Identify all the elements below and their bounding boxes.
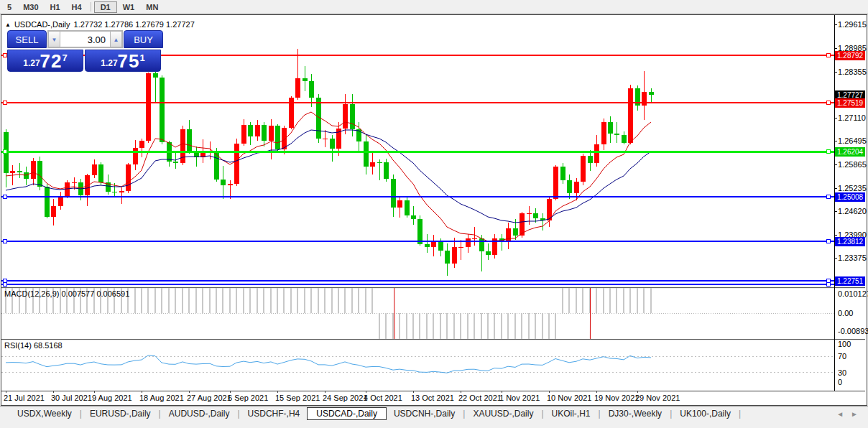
chart-symbol-label: USDCAD-,Daily [14,20,70,29]
chart-title: ▲ USDCAD-,Daily 1.27732 1.27786 1.27679 … [5,20,195,29]
macd-axis-label: 0.00 [838,309,853,317]
tab-separator: | [670,409,672,419]
price-axis-tick [834,141,837,141]
rsi-label: RSI(14) 68.5168 [4,341,63,350]
price-tag-1.28792: 1.28792 [835,51,865,60]
price-tag-1.26204: 1.26204 [835,147,865,157]
date-axis-label: 9 Aug 2021 [92,394,132,402]
price-axis-tick [834,211,837,212]
rsi-axis-label: 0 [838,378,842,386]
price-axis-tick [834,188,837,189]
date-axis-tick [366,391,366,393]
tab-separator: | [541,409,543,419]
date-axis-separator [1,391,865,391]
tab-scroll-right-icon[interactable]: ► [851,410,858,418]
price-tag-1.22751: 1.22751 [835,276,865,286]
bid-pipette: 7 [63,52,68,63]
date-axis-tick [230,391,231,393]
one-click-trade-panel: SELL ▼ 3.00 ▲ BUY 1.27 72 7 1.27 75 1 [7,30,163,72]
tab-scroll-left-icon[interactable]: ◄ [836,410,844,418]
ask-big-digits: 75 [118,52,140,70]
date-axis-label: 10 Nov 2021 [547,394,591,402]
price-axis-tick [834,48,837,49]
chart-tab-audusd-daily[interactable]: AUDUSD-,Daily [162,407,237,420]
date-axis-label: 13 Oct 2021 [411,394,454,402]
date-axis-tick [53,391,54,393]
toolbar-separator [91,2,91,11]
price-axis-tick-label: 1.24620 [838,207,867,215]
date-axis-tick [596,391,597,393]
timeframe-button-m30[interactable]: M30 [17,1,44,13]
tab-separator: | [463,409,465,419]
price-axis-tick-label: 1.28355 [838,68,867,76]
sell-button[interactable]: SELL [7,30,47,48]
volume-down-button[interactable]: ▼ [48,31,60,47]
date-axis-label: 19 Nov 2021 [594,394,639,402]
date-axis-tick [277,391,278,393]
date-axis-tick [142,391,142,393]
price-axis-tick-label: 1.25235 [838,184,867,192]
price-axis-tick-label: 1.29615 [838,20,867,29]
chart-tab-eurusd-daily[interactable]: EURUSD-,Daily [83,407,158,420]
bid-prefix: 1.27 [23,58,40,68]
rsi-plot [1,340,834,390]
price-tag-1.23812: 1.23812 [835,237,865,246]
collapse-panel-icon[interactable]: ▲ [5,22,11,28]
price-axis-tick [834,258,837,259]
timeframe-toolbar: 5M30H1H4D1W1MN [0,0,868,14]
date-axis-tick [461,391,461,393]
macd-label: MACD(12,26,9) 0.007577 0.006591 [4,289,129,298]
chart-tab-uk100-daily[interactable]: UK100-,Daily [673,407,738,420]
ask-prefix: 1.27 [101,58,117,68]
price-axis-tick-label: 1.23375 [838,253,867,262]
chart-tab-usdcnh-daily[interactable]: USDCNH-,Daily [387,407,462,420]
chart-tab-xauusd-daily[interactable]: XAUUSD-,Daily [466,407,540,420]
tab-separator: | [739,409,741,419]
price-tag-1.27519: 1.27519 [835,98,865,108]
sell-price-display[interactable]: 1.27 72 7 [7,50,83,72]
tab-separator: | [599,409,601,419]
buy-button[interactable]: BUY [124,30,163,48]
ask-pipette: 1 [140,52,145,63]
date-axis-label: 29 Nov 2021 [635,394,680,402]
chart-tab-usdx-weekly[interactable]: USDX,Weekly [10,407,79,420]
macd-axis-label: 0.010127 [838,289,868,298]
date-axis-tick [502,391,502,393]
date-axis-label: 15 Sep 2021 [275,394,320,402]
date-axis-label: 4 Oct 2021 [364,394,402,402]
date-axis-label: 6 Sep 2021 [228,394,268,402]
volume-up-button[interactable]: ▲ [110,31,122,47]
chart-tab-dj30-weekly[interactable]: DJ30-,Weekly [601,407,669,420]
timeframe-button-mn[interactable]: MN [140,1,164,13]
buy-price-display[interactable]: 1.27 75 1 [85,50,161,72]
price-axis-tick-label: 1.25865 [838,160,867,169]
timeframe-button-d1[interactable]: D1 [94,1,117,13]
price-axis-tick-label: 1.27110 [838,113,866,122]
date-axis-tick [6,391,6,393]
chart-tab-usdchf-h4[interactable]: USDCHF-,H4 [241,407,308,420]
date-axis-label: 27 Aug 2021 [187,394,231,402]
date-axis-tick [325,391,326,393]
date-axis-label: 30 Jul 2021 [51,394,92,402]
tab-separator: | [80,409,82,419]
chart-tab-bar: USDX,Weekly|EURUSD-,Daily|AUDUSD-,Daily|… [0,406,868,421]
timeframe-button-w1[interactable]: W1 [117,1,141,13]
chart-window: ▲ USDCAD-,Daily 1.27732 1.27786 1.27679 … [1,14,867,406]
rsi-axis-label: 70 [838,352,846,360]
timeframe-button-h1[interactable]: H1 [45,1,66,13]
macd-axis-label: -0.008939 [838,327,868,335]
price-axis-tick [834,235,837,236]
chart-tab-usdcad-daily[interactable]: USDCAD-,Daily [307,407,387,420]
price-axis-tick [834,118,837,118]
timeframe-button-h4[interactable]: H4 [66,1,88,13]
date-axis-tick [549,391,550,393]
chart-tab-ukoil-h1[interactable]: UKOil-,H1 [545,407,598,420]
chart-ohlc-values: 1.27732 1.27786 1.27679 1.27727 [74,20,195,29]
tab-separator: | [159,409,161,419]
volume-input[interactable]: 3.00 [60,31,110,47]
price-axis-tick [834,24,837,25]
timeframe-button-5[interactable]: 5 [1,1,17,13]
tab-separator: | [237,409,239,419]
price-tag-1.25008: 1.25008 [835,192,865,202]
date-axis-label: 22 Oct 2021 [458,394,502,402]
